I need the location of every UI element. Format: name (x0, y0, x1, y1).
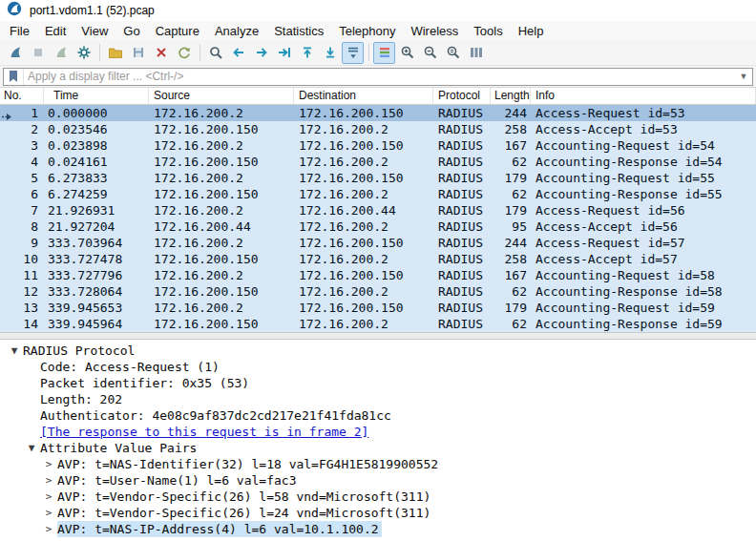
expand-arrow-icon[interactable]: ▼ (23, 440, 40, 456)
no-icon (23, 424, 40, 440)
column-header-length[interactable]: Length (491, 88, 531, 104)
cell-length: 258 (491, 121, 531, 137)
file-save-icon[interactable] (127, 42, 149, 64)
reload-icon[interactable] (173, 42, 195, 64)
collapse-arrow-icon[interactable]: > (40, 472, 57, 489)
display-filter-input[interactable] (24, 70, 735, 83)
capture-options-icon[interactable] (73, 42, 94, 64)
detail-tree-item[interactable]: ▼ RADIUS Protocol (0, 343, 756, 359)
menu-statistics[interactable]: Statistics (266, 22, 331, 40)
detail-tree-item[interactable]: > AVP: t=Vendor-Specific(26) l=24 vnd=Mi… (0, 505, 756, 521)
packet-row[interactable]: 7 21.926931 172.16.200.2 172.16.200.44 R… (0, 202, 756, 218)
packet-row[interactable]: 6 6.274259 172.16.200.150 172.16.200.2 R… (0, 186, 756, 202)
menu-go[interactable]: Go (116, 22, 147, 40)
cell-source: 172.16.200.2 (149, 105, 294, 121)
packet-row[interactable]: 4 0.024161 172.16.200.150 172.16.200.2 R… (0, 154, 756, 170)
file-close-icon[interactable] (150, 42, 172, 64)
cell-protocol: RADIUS (433, 283, 491, 300)
cell-length: 62 (491, 154, 531, 170)
collapse-arrow-icon[interactable]: > (40, 505, 57, 521)
packet-row[interactable]: 14 339.945964 172.16.200.150 172.16.200.… (0, 316, 756, 332)
cell-destination: 172.16.200.150 (294, 170, 433, 186)
collapse-arrow-icon[interactable]: > (40, 489, 57, 505)
cell-protocol: RADIUS (433, 137, 491, 154)
detail-tree-item[interactable]: ▼ Attribute Value Pairs (0, 440, 756, 456)
detail-tree-item[interactable]: Code: Access-Request (1) (0, 359, 756, 375)
column-header-no[interactable]: No. (0, 88, 44, 104)
cell-source: 172.16.200.150 (149, 251, 294, 267)
go-forward-icon[interactable] (250, 42, 272, 64)
main-toolbar (0, 40, 756, 66)
packet-row[interactable]: 2 0.023546 172.16.200.150 172.16.200.2 R… (0, 121, 756, 137)
resize-columns-icon[interactable] (465, 42, 487, 64)
column-header-protocol[interactable]: Protocol (433, 88, 491, 104)
cell-time: 333.728064 (44, 283, 149, 300)
menu-edit[interactable]: Edit (37, 22, 74, 40)
packet-row[interactable]: 12 333.728064 172.16.200.150 172.16.200.… (0, 283, 756, 300)
cell-destination: 172.16.200.2 (294, 186, 433, 202)
file-open-icon[interactable] (104, 42, 126, 64)
packet-row[interactable]: 8 21.927204 172.16.200.44 172.16.200.2 R… (0, 218, 756, 235)
go-to-packet-icon[interactable] (273, 42, 295, 64)
packet-row[interactable]: 9 333.703964 172.16.200.2 172.16.200.150… (0, 235, 756, 251)
packet-row[interactable]: 10 333.727478 172.16.200.150 172.16.200.… (0, 251, 756, 267)
cell-info: Access-Request id=56 (531, 202, 756, 218)
collapse-arrow-icon[interactable]: > (40, 456, 57, 472)
detail-tree-item[interactable]: > AVP: t=NAS-IP-Address(4) l=6 val=10.1.… (0, 521, 756, 537)
colorize-packets-icon[interactable] (373, 42, 395, 64)
zoom-original-icon[interactable] (442, 42, 464, 64)
packet-row[interactable]: 11 333.727796 172.16.200.2 172.16.200.15… (0, 267, 756, 283)
wireshark-logo-icon (7, 1, 22, 20)
expand-arrow-icon[interactable]: ▼ (6, 343, 23, 359)
menu-analyze[interactable]: Analyze (207, 22, 266, 40)
capture-stop-icon[interactable] (27, 42, 49, 64)
capture-restart-icon[interactable] (50, 42, 72, 64)
menu-help[interactable]: Help (511, 22, 552, 40)
detail-tree-item[interactable]: > AVP: t=User-Name(1) l=6 val=fac3 (0, 472, 756, 489)
find-icon[interactable] (204, 42, 226, 64)
packet-list-header: No. Time Source Destination Protocol Len… (0, 88, 756, 105)
go-last-packet-icon[interactable] (319, 42, 341, 64)
filter-bookmark-icon[interactable] (4, 69, 24, 85)
detail-tree-item[interactable]: > AVP: t=Vendor-Specific(26) l=58 vnd=Mi… (0, 489, 756, 505)
menu-telephony[interactable]: Telephony (331, 22, 403, 40)
toolbar-separator (368, 44, 369, 61)
detail-tree-item[interactable]: Packet identifier: 0x35 (53) (0, 375, 756, 391)
cell-info: Accounting-Response id=54 (531, 154, 756, 170)
detail-tree-item[interactable]: Length: 202 (0, 391, 756, 407)
detail-tree-item[interactable]: > AVP: t=NAS-Identifier(32) l=18 val=FG4… (0, 456, 756, 472)
column-header-time[interactable]: Time (44, 88, 149, 104)
go-first-packet-icon[interactable] (296, 42, 318, 64)
cell-time: 0.023898 (44, 137, 149, 154)
zoom-in-icon[interactable] (396, 42, 418, 64)
packet-row[interactable]: 5 6.273833 172.16.200.2 172.16.200.150 R… (0, 170, 756, 186)
menu-view[interactable]: View (74, 22, 116, 40)
link-text[interactable]: [The response to this request is in fram… (40, 424, 368, 440)
go-back-icon[interactable] (227, 42, 249, 64)
cell-no: 4 (0, 154, 44, 170)
cell-destination: 172.16.200.150 (294, 105, 433, 121)
detail-tree-item[interactable]: Authenticator: 4e08c9af837dc2cd217e21f41… (0, 407, 756, 424)
cell-info: Accounting-Request id=54 (531, 137, 756, 154)
auto-scroll-icon[interactable] (342, 42, 364, 64)
packet-row[interactable]: 1 0.000000 172.16.200.2 172.16.200.150 R… (0, 105, 756, 121)
column-header-info[interactable]: Info (531, 88, 756, 104)
cell-source: 172.16.200.150 (149, 121, 294, 137)
column-header-destination[interactable]: Destination (294, 88, 433, 104)
menu-wireless[interactable]: Wireless (403, 22, 466, 40)
pane-splitter[interactable] (0, 332, 756, 340)
menu-tools[interactable]: Tools (466, 22, 510, 40)
menu-capture[interactable]: Capture (148, 22, 207, 40)
column-header-source[interactable]: Source (149, 88, 294, 104)
response-frame-link[interactable]: [The response to this request is in fram… (0, 424, 756, 440)
capture-start-icon[interactable] (4, 42, 26, 64)
packet-row[interactable]: 3 0.023898 172.16.200.2 172.16.200.150 R… (0, 137, 756, 154)
cell-no: 13 (0, 300, 44, 316)
cell-protocol: RADIUS (433, 105, 491, 121)
filter-dropdown-icon[interactable]: ▼ (735, 72, 752, 81)
collapse-arrow-icon[interactable]: > (40, 521, 57, 537)
menu-file[interactable]: File (2, 22, 37, 40)
zoom-out-icon[interactable] (419, 42, 441, 64)
packet-row[interactable]: 13 339.945653 172.16.200.2 172.16.200.15… (0, 300, 756, 316)
cell-protocol: RADIUS (433, 154, 491, 170)
